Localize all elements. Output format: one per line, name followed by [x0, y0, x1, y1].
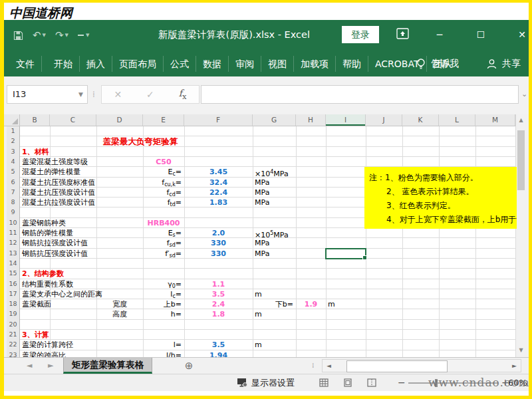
cell-E17[interactable]: lc=: [143, 289, 182, 300]
row-header-21[interactable]: 21: [7, 331, 19, 338]
cell-F22[interactable]: 3.5: [184, 340, 253, 350]
cell-E10[interactable]: HRB400: [143, 218, 184, 229]
vertical-scroll-thumb[interactable]: [517, 130, 525, 190]
ribbon-tab-7[interactable]: 审阅: [229, 56, 261, 72]
cell-G17[interactable]: m: [255, 289, 262, 300]
cell-F5[interactable]: 3.45: [184, 167, 253, 178]
row-header-8[interactable]: 8: [7, 198, 19, 205]
cell-B22[interactable]: 盖梁的计算跨径: [22, 340, 73, 350]
formula-expand-chevron[interactable]: ⌄: [521, 85, 527, 104]
column-header-M[interactable]: M: [475, 114, 515, 126]
selected-cell-I13[interactable]: [325, 248, 366, 259]
view-normal-button[interactable]: [319, 378, 329, 387]
cell-G5[interactable]: ×104MPa: [255, 167, 289, 178]
sheet-nav-left-arrow[interactable]: ◄: [27, 358, 32, 374]
cell-B23[interactable]: 盖梁的跨高比: [22, 350, 66, 357]
column-header-J[interactable]: J: [366, 114, 402, 126]
row-header-2[interactable]: 2: [7, 137, 19, 144]
row-header-5[interactable]: 5: [7, 168, 19, 175]
column-header-H[interactable]: H: [296, 114, 326, 126]
ribbon-tab-4[interactable]: 页面布局: [112, 56, 164, 72]
cell-G19[interactable]: m: [255, 309, 262, 320]
cell-B16[interactable]: 结构重要性系数: [22, 279, 73, 290]
cell-G8[interactable]: MPa: [255, 198, 269, 208]
column-header-D[interactable]: D: [96, 114, 143, 126]
cell-F12[interactable]: 330: [184, 238, 253, 249]
formula-input[interactable]: [201, 85, 519, 104]
minimize-button[interactable]: ─: [428, 27, 451, 43]
cell-B5[interactable]: 混凝土的弹性模量: [22, 167, 80, 178]
cell-F13[interactable]: 330: [184, 249, 253, 259]
ribbon-display-options-button[interactable]: [396, 28, 409, 39]
cell-F18[interactable]: 2.4: [184, 299, 253, 310]
cancel-icon[interactable]: ✕: [114, 89, 122, 100]
cell-B21[interactable]: 3、计算: [22, 330, 49, 340]
formula-bar-handle[interactable]: ⁞: [92, 85, 96, 104]
horizontal-scrollbar[interactable]: ◄ ►: [322, 359, 521, 372]
view-page-break-button[interactable]: [367, 378, 376, 387]
name-box[interactable]: I13 ▼: [7, 85, 88, 104]
cell-E18[interactable]: 上b=: [143, 299, 182, 310]
ribbon-tab-2[interactable]: 开始: [47, 56, 80, 72]
cell-E6[interactable]: fcu,k=: [143, 178, 182, 188]
cell-B8[interactable]: 混凝土抗拉强度设计值: [22, 198, 95, 208]
cell-E12[interactable]: fsd=: [143, 238, 182, 249]
row-header-6[interactable]: 6: [7, 178, 19, 186]
cell-E8[interactable]: ftd=: [143, 198, 182, 208]
sheet-tab-active[interactable]: 矩形盖梁验算表格: [63, 358, 152, 374]
row-header-20[interactable]: 20: [7, 321, 19, 328]
column-header-L[interactable]: L: [439, 114, 475, 126]
row-header-1[interactable]: 1: [7, 127, 19, 134]
column-header-B[interactable]: B: [20, 114, 50, 126]
column-header-F[interactable]: F: [184, 114, 253, 126]
cell-F16[interactable]: 1.1: [184, 279, 253, 290]
zoom-out-button[interactable]: −: [398, 374, 406, 391]
cell-B13[interactable]: 钢筋抗压强度设计值: [22, 249, 88, 259]
row-header-22[interactable]: 22: [7, 340, 19, 348]
row-header-13[interactable]: 13: [7, 249, 19, 257]
note-box[interactable]: 注：1、粉色为需要输入部分。2、 蓝色表示计算结果。3、红色表示判定。4、对于上…: [364, 167, 517, 229]
horizontal-scroll-thumb[interactable]: [346, 360, 448, 372]
enter-icon[interactable]: ✓: [146, 89, 154, 100]
cell-B10[interactable]: 盖梁钢筋种类: [22, 218, 66, 229]
row-header-12[interactable]: 12: [7, 239, 19, 246]
cell-G6[interactable]: MPa: [255, 178, 269, 188]
cell-G18[interactable]: 下b=: [253, 299, 293, 310]
cell-F8[interactable]: 1.83: [184, 198, 253, 208]
cell-I18[interactable]: m: [328, 299, 335, 310]
view-page-layout-button[interactable]: [343, 378, 352, 387]
cell-E19[interactable]: h=: [143, 309, 182, 320]
tabbar-splitter[interactable]: ⁞: [312, 358, 315, 374]
cell-F17[interactable]: 3.5: [184, 289, 253, 300]
maximize-button[interactable]: ☐: [469, 27, 492, 43]
cell-F19[interactable]: 1.8: [184, 309, 253, 320]
cell-B4[interactable]: 盖梁混凝土强度等级: [22, 157, 88, 168]
cell-E22[interactable]: l=: [143, 340, 182, 350]
ribbon-tab-9[interactable]: 加载项: [294, 56, 336, 72]
scroll-left-arrow[interactable]: ◄: [327, 360, 331, 372]
scroll-up-arrow[interactable]: ▲: [516, 117, 526, 123]
sheet-nav-right-arrow[interactable]: ►: [48, 358, 53, 374]
cell-E5[interactable]: Ec=: [143, 167, 182, 178]
cell-E13[interactable]: f′sd=: [143, 249, 182, 259]
ribbon-tab-1[interactable]: 文件: [9, 56, 42, 72]
display-settings-button[interactable]: 显示器设置: [237, 374, 295, 391]
fill-handle[interactable]: [362, 255, 367, 260]
cell-B6[interactable]: 混凝土抗压强度标准值: [22, 178, 95, 188]
cell-B11[interactable]: 钢筋的弹性模量: [22, 228, 73, 239]
cell-G7[interactable]: MPa: [255, 188, 269, 198]
cell-B12[interactable]: 钢筋抗拉强度设计值: [22, 238, 88, 249]
vertical-scrollbar[interactable]: ▲ ▼: [515, 114, 526, 357]
cell-G13[interactable]: MPa: [255, 249, 269, 259]
cell-F7[interactable]: 22.4: [184, 188, 253, 198]
cell-D19[interactable]: 高度: [96, 309, 143, 320]
column-header-E[interactable]: E: [143, 114, 184, 126]
add-sheet-button[interactable]: ⊕: [182, 359, 196, 372]
login-button[interactable]: 登录: [342, 26, 379, 43]
ribbon-tab-8[interactable]: 视图: [261, 56, 294, 72]
share-label[interactable]: 共享: [502, 58, 521, 70]
cell-F23[interactable]: 1.94: [184, 350, 253, 357]
ribbon-tab-10[interactable]: 帮助: [336, 56, 368, 72]
row-header-16[interactable]: 16: [7, 280, 19, 287]
ribbon-tab-6[interactable]: 数据: [196, 56, 229, 72]
